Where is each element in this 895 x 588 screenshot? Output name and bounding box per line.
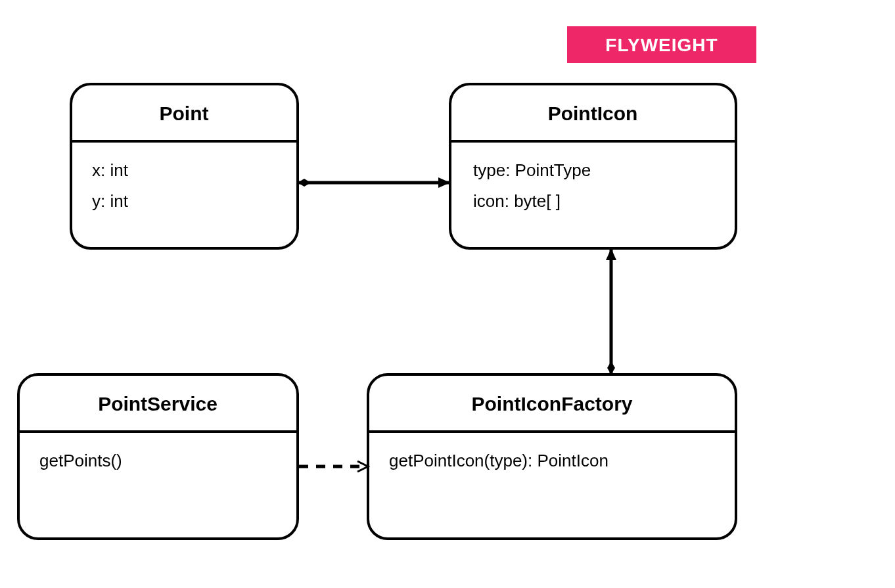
uml-diagram: FLYWEIGHT Point x: int y: int PointIcon … [0,0,895,588]
class-pointicon: PointIcon type: PointType icon: byte[ ] [450,84,736,248]
class-pointservice-op-0: getPoints() [39,451,122,470]
flyweight-badge: FLYWEIGHT [567,26,756,63]
flyweight-badge-label: FLYWEIGHT [605,35,718,55]
class-pointiconfactory-op-0: getPointIcon(type): PointIcon [389,451,608,470]
class-point-title: Point [160,102,209,124]
class-point: Point x: int y: int [71,84,298,248]
class-pointicon-title: PointIcon [548,102,638,124]
class-pointiconfactory: PointIconFactory getPointIcon(type): Poi… [368,374,736,539]
class-pointiconfactory-title: PointIconFactory [471,393,632,415]
class-pointservice-title: PointService [98,393,218,415]
class-pointservice: PointService getPoints() [18,374,298,539]
class-pointicon-attr-0: type: PointType [473,160,591,180]
class-point-attr-1: y: int [92,191,129,211]
class-pointicon-attr-1: icon: byte[ ] [473,191,561,211]
class-point-attr-0: x: int [92,160,129,180]
